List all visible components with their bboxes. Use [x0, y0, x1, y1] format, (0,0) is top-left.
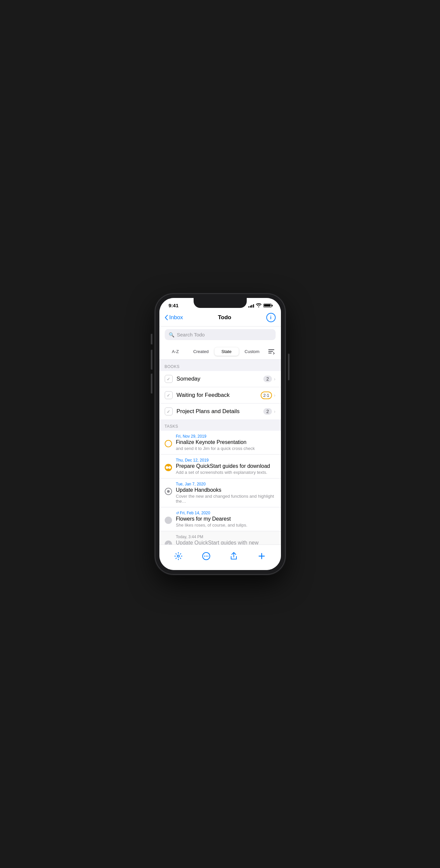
task-title: Flowers for my Dearest — [176, 516, 275, 522]
battery-icon — [263, 304, 272, 308]
chevron-left-icon — [165, 315, 168, 320]
svg-point-6 — [206, 556, 207, 557]
search-input[interactable]: Search Todo — [177, 332, 205, 337]
svg-point-3 — [177, 555, 179, 557]
task-content: Fri, Nov 29, 2019 Finalize Keynote Prese… — [176, 434, 275, 451]
search-bar[interactable]: 🔍 Search Todo — [165, 329, 275, 340]
tab-custom[interactable]: Custom — [240, 347, 264, 356]
task-content: Thu, Dec 12, 2019 Prepare QuickStart gui… — [176, 458, 275, 475]
sort-order-icon — [268, 348, 275, 354]
task-subtitle: Cover the new and changed functions and … — [176, 494, 275, 504]
signal-icon — [248, 304, 254, 308]
phone-frame: 9:41 — [155, 294, 285, 574]
chevron-right-icon: › — [274, 393, 275, 398]
status-icons — [248, 303, 272, 308]
task-item[interactable]: ✓ Today, 3:44 PM Update QuickStart guide… — [159, 531, 281, 545]
warning-badge: 2·1 — [261, 392, 272, 399]
task-item[interactable]: Fri, Nov 29, 2019 Finalize Keynote Prese… — [159, 431, 281, 455]
task-subtitle: She likes roses, of course, and tulips. — [176, 523, 275, 528]
check-icon: ✓ — [167, 409, 170, 414]
task-title: Update QuickStart guides with new screen… — [176, 540, 275, 545]
task-date: Thu, Dec 12, 2019 — [176, 458, 275, 463]
repeat-icon: ↺ — [176, 511, 180, 515]
sort-tabs: A-Z Created State Custom — [159, 344, 281, 360]
badge-waiting: 2·1 › — [261, 392, 275, 399]
task-status-circle — [165, 488, 172, 495]
nav-bar: Inbox Todo i — [159, 310, 281, 327]
badge-projects: 2 › — [263, 408, 275, 415]
toolbar — [159, 545, 281, 570]
task-date: Fri, Nov 29, 2019 — [176, 434, 275, 439]
task-item[interactable]: ↺ Fri, Feb 14, 2020 Flowers for my Deare… — [159, 507, 281, 531]
settings-icon — [174, 552, 183, 560]
book-label-waiting: Waiting for Feedback — [177, 392, 257, 399]
search-icon: 🔍 — [169, 332, 174, 337]
task-date: ↺ Fri, Feb 14, 2020 — [176, 510, 275, 515]
list-item[interactable]: ✓ Someday 2 › — [159, 371, 281, 387]
list-item[interactable]: ✓ Waiting for Feedback 2·1 › — [159, 387, 281, 403]
share-button[interactable] — [227, 549, 241, 563]
task-subtitle: and send it to Jim for a quick cross che… — [176, 446, 275, 451]
task-title: Update Handbooks — [176, 487, 275, 493]
info-button[interactable]: i — [266, 313, 275, 322]
phone-screen: 9:41 — [159, 298, 281, 570]
tab-az[interactable]: A-Z — [164, 347, 187, 356]
chevron-right-icon: › — [274, 409, 275, 414]
add-button[interactable] — [254, 549, 269, 563]
list-item[interactable]: ✓ Project Plans and Details 2 › — [159, 403, 281, 420]
more-icon — [202, 552, 210, 560]
sort-order-button[interactable] — [266, 347, 277, 356]
task-status-circle: ✓ — [165, 540, 172, 545]
page-title: Todo — [218, 314, 231, 321]
task-status-circle — [165, 464, 172, 471]
task-content: Today, 3:44 PM Update QuickStart guides … — [176, 534, 275, 545]
task-content: Tue, Jan 7, 2020 Update Handbooks Cover … — [176, 482, 275, 504]
task-date: Tue, Jan 7, 2020 — [176, 482, 275, 487]
book-label-projects: Project Plans and Details — [177, 408, 259, 415]
tasks-list: Fri, Nov 29, 2019 Finalize Keynote Prese… — [159, 431, 281, 545]
badge-someday: 2 › — [263, 376, 275, 382]
tab-state[interactable]: State — [214, 347, 239, 356]
task-item[interactable]: Tue, Jan 7, 2020 Update Handbooks Cover … — [159, 478, 281, 507]
svg-point-5 — [204, 556, 205, 557]
count-badge: 2 — [263, 376, 272, 382]
content-area: 🔍 Search Todo A-Z Created State Custom — [159, 327, 281, 545]
search-container: 🔍 Search Todo — [159, 327, 281, 344]
checkbox-waiting[interactable]: ✓ — [165, 391, 173, 399]
volume-up-button — [151, 350, 152, 370]
task-title: Finalize Keynote Presentation — [176, 439, 275, 445]
task-item[interactable]: Thu, Dec 12, 2019 Prepare QuickStart gui… — [159, 455, 281, 478]
wifi-icon — [256, 303, 261, 308]
back-label: Inbox — [169, 314, 183, 321]
tab-created[interactable]: Created — [189, 347, 213, 356]
books-section-header: BOOKS — [159, 360, 281, 371]
task-content: ↺ Fri, Feb 14, 2020 Flowers for my Deare… — [176, 510, 275, 528]
task-title: Prepare QuickStart guides for download — [176, 463, 275, 469]
check-icon: ✓ — [167, 377, 170, 381]
task-subtitle: Add a set of screenshots with explanator… — [176, 470, 275, 475]
chevron-right-icon: › — [274, 376, 275, 381]
task-status-circle — [165, 440, 172, 447]
books-list: ✓ Someday 2 › ✓ Waiting for Feedback 2 — [159, 371, 281, 420]
settings-button[interactable] — [171, 549, 186, 563]
status-time: 9:41 — [169, 303, 179, 308]
mute-button — [151, 334, 152, 344]
task-date: Today, 3:44 PM — [176, 534, 275, 539]
more-button[interactable] — [199, 549, 213, 563]
count-badge: 2 — [263, 408, 272, 415]
tasks-section-header: TASKS — [159, 420, 281, 431]
svg-point-7 — [207, 556, 208, 557]
task-status-circle — [165, 517, 172, 524]
volume-down-button — [151, 374, 152, 394]
checkbox-projects[interactable]: ✓ — [165, 407, 173, 415]
share-icon — [230, 552, 238, 560]
book-label-someday: Someday — [177, 376, 259, 382]
check-icon: ✓ — [167, 393, 170, 398]
back-button[interactable]: Inbox — [165, 314, 183, 321]
notch — [194, 298, 247, 308]
checkbox-someday[interactable]: ✓ — [165, 375, 173, 383]
add-icon — [258, 552, 266, 560]
power-button — [288, 354, 290, 380]
